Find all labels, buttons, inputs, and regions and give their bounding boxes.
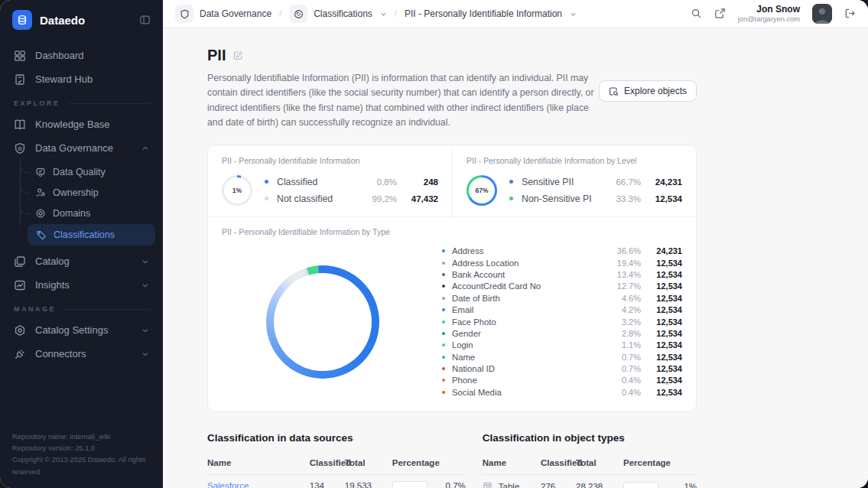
page-description: Personally Identifiable Information (PII…: [207, 71, 599, 131]
sidebar-item-label: Data Quality: [53, 167, 106, 177]
legend-item: Address36.6%24,231: [442, 247, 682, 255]
legend-dot: [442, 320, 445, 324]
breadcrumb-classifications[interactable]: Classifications: [289, 5, 387, 23]
sidebar-item-label: Ownership: [53, 187, 99, 198]
dashboard-icon: [14, 50, 26, 62]
chevron-down-icon: [141, 327, 149, 334]
table-header: Name Classified Total Percentage: [207, 451, 466, 475]
pii-charts-card: PII - Personally Identifiable Informatio…: [207, 145, 697, 413]
breadcrumb-label: Data Governance: [200, 8, 271, 19]
legend-dot: [442, 367, 445, 370]
sidebar-item-knowledge-base[interactable]: Knowledge Base: [0, 112, 163, 136]
data-sources-table: Classification in data sources Name Clas…: [207, 432, 466, 488]
chevron-down-icon: [141, 350, 149, 358]
shield-icon: [175, 5, 193, 23]
table-row: Salesforce 134 19,533 0.7%: [207, 475, 466, 488]
sidebar-item-catalog-settings[interactable]: Catalog Settings: [0, 318, 163, 342]
chevron-down-icon: [141, 258, 149, 265]
sidebar-item-label: Steward Hub: [35, 73, 93, 85]
chevron-down-icon: [570, 11, 577, 18]
classified-chart-panel: PII - Personally Identifiable Informatio…: [208, 145, 452, 216]
legend-item: National ID0.7%12,534: [442, 365, 682, 373]
sidebar-section-manage: MANAGE: [0, 297, 163, 318]
table-title: Classification in object types: [483, 432, 697, 444]
app-logo-text: Dataedo: [40, 14, 132, 27]
breadcrumb-separator: /: [395, 9, 397, 18]
legend-item: Address Location19.4%12,534: [442, 259, 682, 267]
level-donut-chart: 67%: [467, 175, 497, 206]
sidebar-item-data-governance[interactable]: Data Governance: [0, 136, 163, 160]
chart-title: PII - Personally Identifiable Informatio…: [222, 227, 682, 236]
breadcrumb-separator: /: [279, 9, 281, 18]
main-content: PII Personally Identifiable Information …: [163, 28, 868, 488]
sidebar-collapse-icon[interactable]: [139, 15, 151, 25]
data-source-link[interactable]: Salesforce: [207, 481, 249, 488]
search-icon[interactable]: [691, 8, 702, 19]
chevron-down-icon: [380, 11, 387, 18]
sidebar-item-catalog[interactable]: Catalog: [0, 249, 163, 273]
legend-item: Name0.7%12,534: [442, 353, 682, 361]
user-email: jon@targaryen.com: [738, 15, 800, 24]
user-name: Jon Snow: [738, 4, 800, 15]
sidebar-item-insights[interactable]: Insights: [0, 273, 163, 297]
legend-item: Phone0.4%12,534: [442, 376, 682, 385]
table-icon: [483, 481, 493, 488]
sidebar-item-connectors[interactable]: Connectors: [0, 342, 163, 366]
edit-icon[interactable]: [233, 50, 243, 60]
tag-icon: [289, 5, 307, 23]
legend-dot: [265, 180, 268, 184]
sidebar-item-label: Classifications: [54, 229, 115, 240]
sidebar-section-explore: EXPLORE: [0, 91, 163, 112]
legend-item: Face Photo3.2%12,534: [442, 317, 682, 326]
level-chart-panel: PII - Personally Identifiable Informatio…: [452, 145, 696, 216]
legend-dot: [442, 273, 445, 276]
explore-objects-label: Explore objects: [624, 86, 687, 96]
legend-item: AccountCredit Card No12.7%12,534: [442, 282, 682, 291]
breadcrumb-data-governance[interactable]: Data Governance: [175, 5, 271, 23]
table-title: Classification in data sources: [207, 432, 466, 444]
avatar[interactable]: [812, 4, 832, 24]
steward-hub-icon: [14, 73, 26, 86]
legend-dot: [442, 343, 445, 346]
sidebar-item-ownership[interactable]: Ownership: [0, 183, 163, 203]
legend-item: Date of Birth4.6%12,534: [442, 294, 682, 302]
legend-dot: [442, 379, 445, 382]
legend-item: Login1.1%12,534: [442, 341, 682, 350]
repository-name: Repository name: internali_wiki: [12, 431, 151, 443]
dataedo-logo-icon: [12, 10, 32, 30]
user-menu[interactable]: Jon Snow jon@targaryen.com: [738, 4, 800, 24]
share-icon[interactable]: [714, 8, 726, 19]
classified-donut-chart: 1%: [222, 175, 252, 206]
explore-objects-button[interactable]: Explore objects: [599, 80, 697, 102]
table-header: Name Classified Total Percentage: [483, 451, 697, 475]
legend-item: Gender2.8%12,534: [442, 329, 682, 337]
legend-dot: [265, 197, 268, 200]
main-column: Data Governance / Classifications / PII …: [163, 0, 868, 488]
sidebar-item-label: Data Governance: [35, 142, 113, 154]
data-quality-icon: [35, 167, 46, 177]
breadcrumb-label: PII - Personally Identifiable Informatio…: [405, 8, 562, 19]
breadcrumb-pii[interactable]: PII - Personally Identifiable Informatio…: [405, 8, 577, 19]
data-governance-subtree: Data Quality Ownership Domains Classific…: [0, 160, 163, 249]
logout-icon[interactable]: [844, 8, 856, 19]
legend-item: Non-Sensitive PI 33.3% 12,534: [509, 194, 682, 204]
legend-dot: [509, 180, 513, 184]
sidebar-item-label: Dashboard: [35, 50, 84, 61]
legend-dot: [442, 285, 445, 288]
breadcrumb-label: Classifications: [314, 8, 372, 19]
sidebar-item-data-quality[interactable]: Data Quality: [0, 162, 163, 182]
sidebar-item-label: Catalog Settings: [35, 324, 108, 336]
sidebar-item-steward-hub[interactable]: Steward Hub: [0, 67, 163, 91]
sidebar-item-domains[interactable]: Domains: [0, 203, 163, 223]
catalog-icon: [14, 255, 26, 268]
sidebar-item-dashboard[interactable]: Dashboard: [0, 44, 163, 67]
legend-dot: [442, 249, 445, 252]
gear-icon: [14, 324, 26, 337]
object-search-icon: [609, 86, 619, 96]
topbar: Data Governance / Classifications / PII …: [163, 0, 868, 28]
chevron-down-icon: [141, 281, 149, 289]
legend-item: Classified 0,8% 248: [265, 177, 438, 187]
legend-item: Social Media0.4%12,534: [442, 388, 682, 396]
sidebar-item-label: Knowledge Base: [35, 119, 110, 130]
sidebar-item-classifications[interactable]: Classifications: [28, 224, 155, 246]
